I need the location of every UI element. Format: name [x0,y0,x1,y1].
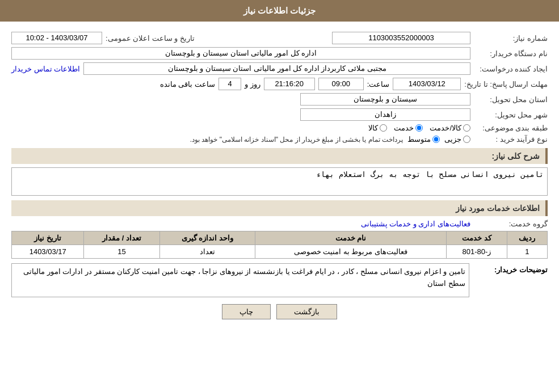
cell-date: 1403/03/17 [12,245,84,259]
process-option-motavasset[interactable]: متوسط [407,135,440,144]
category-radio-kala[interactable] [380,124,387,132]
province-label: استان محل تحویل: [474,95,548,104]
table-row: 1 ز-80-801 فعالیت‌های مربوط به امنیت خصو… [12,245,548,259]
deadline-time: 09:00 [318,78,364,90]
back-button[interactable]: بازگشت [276,304,337,319]
deadline-remaining: 21:16:20 [264,78,315,90]
buyer-notes-section: توضیحات خریدار: تامین و اعزام نیروی انسا… [11,263,548,297]
service-group-value[interactable]: فعالیت‌های اداری و خدمات پشتیبانی [361,220,470,228]
deadline-date: 1403/03/12 [393,78,461,90]
city-label: شهر محل تحویل: [474,111,548,119]
buyer-org-label: نام دستگاه خریدار: [474,49,548,58]
creator-value: مجتبی ملائی کاربرداز اداره کل امور مالیا… [83,62,470,75]
category-radio-khedmat[interactable] [415,124,423,132]
action-buttons: بازگشت چاپ [11,297,548,326]
category-radio-kala-khedmat[interactable] [463,124,470,132]
deadline-days-label: روز و [245,80,260,88]
summary-textarea [11,167,548,196]
cell-count: 15 [84,245,159,259]
category-option-khedmat[interactable]: خدمت [394,124,423,132]
buyer-org-value: اداره کل امور مالیاتی استان سیستان و بلو… [11,47,470,60]
services-section-title: اطلاعات خدمات مورد نیاز [11,200,548,216]
col-row: ردیف [507,231,547,245]
cell-row: 1 [507,245,547,259]
process-radio-motavasset[interactable] [432,136,440,143]
category-label: طبقه بندی موضوعی: [474,124,548,132]
publish-value: 1403/03/07 - 10:02 [11,32,102,44]
summary-section-title: شرح کلی نیاز: [11,148,548,164]
cell-code: ز-80-801 [447,245,507,259]
services-table: ردیف کد خدمت نام خدمت واحد اندازه گیری ت… [11,231,548,259]
process-radio-jozii[interactable] [463,136,470,143]
process-note: پرداخت تمام یا بخشی از مبلغ خریدار از مح… [11,136,403,144]
process-label: نوع فرآیند خرید : [474,135,548,144]
publish-label: تاریخ و ساعت اعلان عمومی: [106,34,195,43]
deadline-time-label: ساعت: [367,80,390,88]
deadline-label: مهلت ارسال پاسخ: تا تاریخ: [464,80,548,88]
page-title: جزئیات اطلاعات نیاز [243,6,316,15]
request-number-label: شماره نیاز: [474,34,548,43]
request-number-value: 1103003552000003 [332,32,470,44]
category-option-kala[interactable]: کالا [368,124,387,132]
page-header: جزئیات اطلاعات نیاز [0,0,559,22]
category-radio-group: کالا/خدمت خدمت کالا [368,124,470,132]
province-value: سیستان و بلوچستان [300,93,470,106]
buyer-notes-value: تامین و اعزام نیروی انسانی مسلح ، کادر ،… [11,263,469,297]
print-button[interactable]: چاپ [222,304,271,319]
buyer-notes-label: توضیحات خریدار: [474,263,548,274]
city-value: زاهدان [300,108,470,121]
service-group-label: گروه خدمت: [474,220,548,228]
col-count: تعداد / مقدار [84,231,159,245]
cell-unit: تعداد [159,245,255,259]
cell-name: فعالیت‌های مربوط به امنیت خصوصی [255,245,446,259]
col-unit: واحد اندازه گیری [159,231,255,245]
creator-label: ایجاد کننده درخواست: [474,65,548,73]
col-code: کد خدمت [447,231,507,245]
col-date: تاریخ نیاز [12,231,84,245]
contact-link[interactable]: اطلاعات تماس خریدار [11,65,80,73]
deadline-remaining-label: ساعت باقی مانده [160,80,215,88]
deadline-days: 4 [218,78,241,90]
col-name: نام خدمت [255,231,446,245]
category-option-kala-khedmat[interactable]: کالا/خدمت [430,124,470,132]
process-option-jozii[interactable]: جزیی [444,135,470,144]
